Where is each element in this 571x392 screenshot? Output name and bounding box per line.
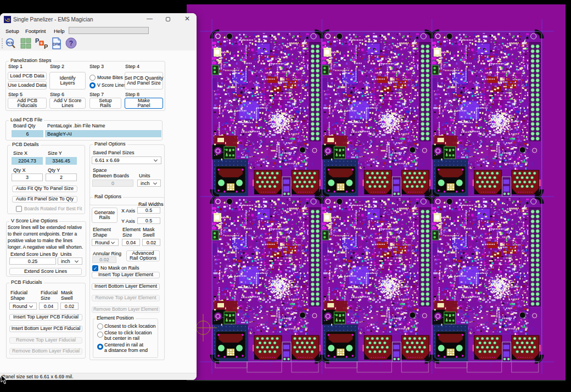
svg-text:DFM: DFM bbox=[53, 42, 60, 46]
svg-text:?: ? bbox=[69, 40, 73, 47]
svg-text:P: P bbox=[35, 37, 39, 44]
svg-text:PCB: PCB bbox=[7, 41, 13, 44]
svg-text:+: + bbox=[40, 41, 43, 46]
svg-text:P: P bbox=[44, 43, 48, 49]
